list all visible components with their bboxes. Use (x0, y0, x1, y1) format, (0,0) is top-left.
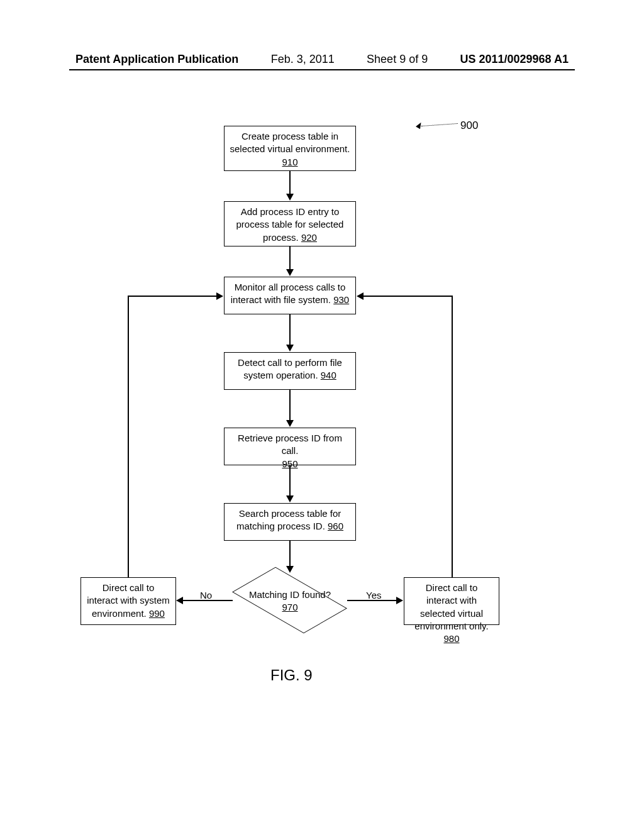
header-pubno: US 2011/0029968 A1 (460, 53, 569, 66)
figure-ref-900: 900 (460, 119, 478, 132)
step-910-text: Create process table in selected virtual… (230, 131, 350, 154)
arrowhead-970-980 (396, 597, 403, 604)
arrow-950-960 (289, 465, 291, 497)
arrowhead-940-950 (286, 420, 294, 427)
leader-900 (421, 123, 458, 126)
step-920-text: Add process ID entry to process table fo… (236, 206, 344, 243)
step-910-ref: 910 (282, 157, 297, 167)
arrow-940-950 (289, 390, 291, 421)
loop-990-vert (128, 296, 129, 577)
step-980: Direct call to interact with selected vi… (404, 577, 499, 625)
step-980-text: Direct call to interact with selected vi… (414, 582, 488, 631)
label-no: No (200, 590, 212, 600)
flowchart: 900 Create process table in selected vir… (75, 101, 569, 729)
page-header: Patent Application Publication Feb. 3, 2… (0, 53, 644, 66)
loop-990-arrowhead (216, 292, 223, 300)
header-rule (69, 69, 575, 70)
step-940: Detect call to perform file system opera… (224, 352, 356, 390)
step-960-ref: 960 (328, 521, 343, 531)
arrowhead-950-960 (286, 495, 294, 502)
step-990: Direct call to interact with system envi… (80, 577, 176, 625)
step-920: Add process ID entry to process table fo… (224, 201, 356, 246)
loop-980-vert (452, 296, 453, 577)
step-960-text: Search process table for matching proces… (236, 508, 341, 531)
arrowhead-920-930 (286, 269, 294, 276)
step-940-ref: 940 (321, 370, 336, 380)
decision-970-ref: 970 (282, 602, 297, 612)
decision-970: Matching ID found? 970 (233, 566, 347, 635)
header-pub: Patent Application Publication (75, 53, 238, 66)
arrow-970-980 (347, 600, 397, 601)
step-950-text: Retrieve process ID from call. (238, 433, 342, 456)
leader-900-arrowhead (416, 121, 423, 130)
arrowhead-910-920 (286, 194, 294, 201)
loop-990-horiz (128, 296, 217, 297)
step-950: Retrieve process ID from call. 950 (224, 428, 356, 465)
step-910: Create process table in selected virtual… (224, 126, 356, 171)
decision-970-text: Matching ID found? (249, 589, 331, 600)
step-920-ref: 920 (301, 232, 317, 243)
loop-980-arrowhead (357, 292, 364, 300)
step-930-ref: 930 (333, 294, 349, 305)
header-date: Feb. 3, 2011 (271, 53, 335, 66)
step-930: Monitor all process calls to interact wi… (224, 277, 356, 314)
step-930-text: Monitor all process calls to interact wi… (231, 282, 346, 305)
label-yes: Yes (366, 590, 381, 600)
step-960: Search process table for matching proces… (224, 503, 356, 541)
arrow-930-940 (289, 314, 291, 346)
step-990-ref: 990 (149, 608, 165, 619)
step-980-ref: 980 (443, 633, 459, 644)
header-sheet: Sheet 9 of 9 (367, 53, 428, 66)
arrow-960-970 (289, 541, 291, 567)
figure-caption: FIG. 9 (270, 667, 313, 684)
arrowhead-930-940 (286, 345, 294, 351)
arrow-920-930 (289, 246, 291, 270)
arrow-910-920 (289, 171, 291, 195)
arrowhead-970-990 (176, 597, 183, 604)
loop-980-horiz (364, 296, 453, 297)
decision-970-label: Matching ID found? 970 (233, 589, 347, 613)
arrow-970-990 (182, 600, 233, 601)
